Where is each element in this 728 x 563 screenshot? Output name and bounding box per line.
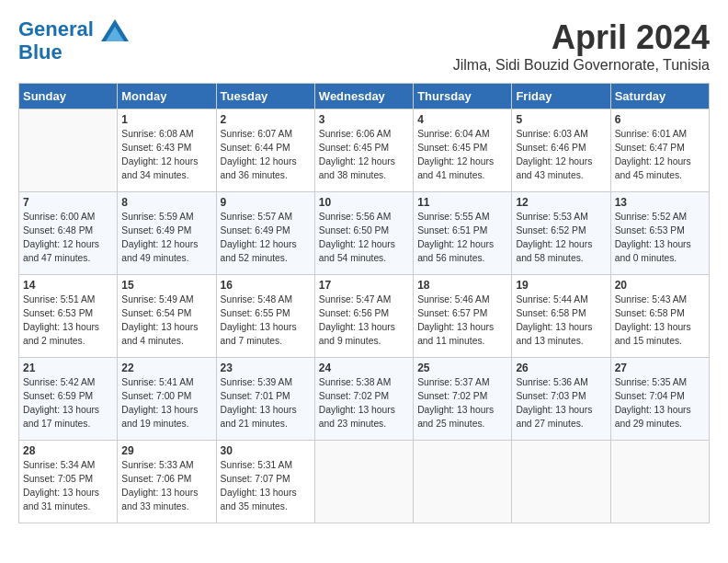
month-title: April 2024 xyxy=(453,18,710,57)
day-number: 21 xyxy=(23,362,113,374)
day-info: Sunrise: 5:43 AM Sunset: 6:58 PM Dayligh… xyxy=(615,293,705,349)
day-number: 29 xyxy=(121,444,211,457)
calendar-cell: 11Sunrise: 5:55 AM Sunset: 6:51 PM Dayli… xyxy=(414,192,512,275)
day-info: Sunrise: 5:49 AM Sunset: 6:54 PM Dayligh… xyxy=(121,293,211,349)
logo-text: General Blue xyxy=(18,18,129,63)
day-info: Sunrise: 6:04 AM Sunset: 6:45 PM Dayligh… xyxy=(417,128,507,183)
weekday-header: Wednesday xyxy=(314,84,413,109)
day-number: 15 xyxy=(121,279,211,292)
day-number: 6 xyxy=(615,113,705,126)
calendar-cell: 5Sunrise: 6:03 AM Sunset: 6:46 PM Daylig… xyxy=(512,109,610,192)
day-info: Sunrise: 5:57 AM Sunset: 6:49 PM Dayligh… xyxy=(221,211,311,266)
calendar-cell: 18Sunrise: 5:46 AM Sunset: 6:57 PM Dayli… xyxy=(414,275,512,358)
calendar-week-row: 14Sunrise: 5:51 AM Sunset: 6:53 PM Dayli… xyxy=(19,275,710,358)
day-info: Sunrise: 5:42 AM Sunset: 6:59 PM Dayligh… xyxy=(23,376,113,431)
day-info: Sunrise: 5:31 AM Sunset: 7:07 PM Dayligh… xyxy=(221,459,311,514)
calendar-cell: 26Sunrise: 5:36 AM Sunset: 7:03 PM Dayli… xyxy=(512,358,610,441)
calendar-cell: 7Sunrise: 6:00 AM Sunset: 6:48 PM Daylig… xyxy=(19,192,118,275)
day-number: 12 xyxy=(516,196,606,209)
day-info: Sunrise: 6:00 AM Sunset: 6:48 PM Dayligh… xyxy=(23,211,113,266)
calendar-cell: 2Sunrise: 6:07 AM Sunset: 6:44 PM Daylig… xyxy=(216,109,314,192)
calendar-cell: 22Sunrise: 5:41 AM Sunset: 7:00 PM Dayli… xyxy=(118,358,216,441)
calendar-cell: 28Sunrise: 5:34 AM Sunset: 7:05 PM Dayli… xyxy=(19,441,118,523)
weekday-header: Monday xyxy=(118,84,216,109)
calendar-cell xyxy=(610,441,709,523)
day-info: Sunrise: 5:39 AM Sunset: 7:01 PM Dayligh… xyxy=(221,376,311,431)
day-number: 18 xyxy=(417,279,507,292)
day-info: Sunrise: 5:35 AM Sunset: 7:04 PM Dayligh… xyxy=(615,376,705,431)
calendar-cell: 10Sunrise: 5:56 AM Sunset: 6:50 PM Dayli… xyxy=(314,192,413,275)
calendar-cell: 16Sunrise: 5:48 AM Sunset: 6:55 PM Dayli… xyxy=(216,275,314,358)
calendar-cell: 3Sunrise: 6:06 AM Sunset: 6:45 PM Daylig… xyxy=(314,109,413,192)
calendar-cell: 14Sunrise: 5:51 AM Sunset: 6:53 PM Dayli… xyxy=(19,275,118,358)
day-number: 10 xyxy=(319,196,409,209)
page-header: General Blue April 2024 Jilma, Sidi Bouz… xyxy=(18,18,710,74)
day-number: 4 xyxy=(417,113,507,126)
day-number: 9 xyxy=(221,196,311,209)
calendar-cell: 13Sunrise: 5:52 AM Sunset: 6:53 PM Dayli… xyxy=(610,192,709,275)
day-info: Sunrise: 6:08 AM Sunset: 6:43 PM Dayligh… xyxy=(121,128,211,183)
day-info: Sunrise: 5:38 AM Sunset: 7:02 PM Dayligh… xyxy=(319,376,409,431)
day-info: Sunrise: 5:48 AM Sunset: 6:55 PM Dayligh… xyxy=(221,293,311,349)
calendar-cell: 15Sunrise: 5:49 AM Sunset: 6:54 PM Dayli… xyxy=(118,275,216,358)
calendar-table: SundayMondayTuesdayWednesdayThursdayFrid… xyxy=(18,83,710,523)
calendar-week-row: 1Sunrise: 6:08 AM Sunset: 6:43 PM Daylig… xyxy=(19,109,710,192)
day-number: 28 xyxy=(23,444,113,457)
calendar-cell: 8Sunrise: 5:59 AM Sunset: 6:49 PM Daylig… xyxy=(118,192,216,275)
calendar-cell xyxy=(314,441,413,523)
day-number: 1 xyxy=(121,113,211,126)
day-info: Sunrise: 5:47 AM Sunset: 6:56 PM Dayligh… xyxy=(319,293,409,349)
day-number: 19 xyxy=(516,279,606,292)
day-number: 22 xyxy=(121,362,211,374)
day-info: Sunrise: 5:51 AM Sunset: 6:53 PM Dayligh… xyxy=(23,293,113,349)
calendar-cell xyxy=(512,441,610,523)
calendar-week-row: 28Sunrise: 5:34 AM Sunset: 7:05 PM Dayli… xyxy=(19,441,710,523)
day-number: 25 xyxy=(417,362,507,374)
day-number: 16 xyxy=(221,279,311,292)
day-info: Sunrise: 5:55 AM Sunset: 6:51 PM Dayligh… xyxy=(417,211,507,266)
day-number: 5 xyxy=(516,113,606,126)
day-number: 30 xyxy=(221,444,311,457)
calendar-cell: 29Sunrise: 5:33 AM Sunset: 7:06 PM Dayli… xyxy=(118,441,216,523)
day-info: Sunrise: 6:07 AM Sunset: 6:44 PM Dayligh… xyxy=(221,128,311,183)
title-block: April 2024 Jilma, Sidi Bouzid Governorat… xyxy=(453,18,710,74)
calendar-cell: 20Sunrise: 5:43 AM Sunset: 6:58 PM Dayli… xyxy=(610,275,709,358)
day-info: Sunrise: 5:37 AM Sunset: 7:02 PM Dayligh… xyxy=(417,376,507,431)
day-number: 2 xyxy=(221,113,311,126)
calendar-cell: 1Sunrise: 6:08 AM Sunset: 6:43 PM Daylig… xyxy=(118,109,216,192)
logo: General Blue xyxy=(18,18,129,63)
day-number: 13 xyxy=(615,196,705,209)
weekday-header: Friday xyxy=(512,84,610,109)
calendar-cell: 27Sunrise: 5:35 AM Sunset: 7:04 PM Dayli… xyxy=(610,358,709,441)
day-number: 14 xyxy=(23,279,113,292)
calendar-cell: 25Sunrise: 5:37 AM Sunset: 7:02 PM Dayli… xyxy=(414,358,512,441)
weekday-header: Sunday xyxy=(19,84,118,109)
day-info: Sunrise: 5:36 AM Sunset: 7:03 PM Dayligh… xyxy=(516,376,606,431)
calendar-week-row: 7Sunrise: 6:00 AM Sunset: 6:48 PM Daylig… xyxy=(19,192,710,275)
calendar-cell: 30Sunrise: 5:31 AM Sunset: 7:07 PM Dayli… xyxy=(216,441,314,523)
day-number: 8 xyxy=(121,196,211,209)
day-info: Sunrise: 6:03 AM Sunset: 6:46 PM Dayligh… xyxy=(516,128,606,183)
calendar-cell: 19Sunrise: 5:44 AM Sunset: 6:58 PM Dayli… xyxy=(512,275,610,358)
day-info: Sunrise: 6:01 AM Sunset: 6:47 PM Dayligh… xyxy=(615,128,705,183)
calendar-cell: 24Sunrise: 5:38 AM Sunset: 7:02 PM Dayli… xyxy=(314,358,413,441)
day-info: Sunrise: 6:06 AM Sunset: 6:45 PM Dayligh… xyxy=(319,128,409,183)
calendar-cell: 23Sunrise: 5:39 AM Sunset: 7:01 PM Dayli… xyxy=(216,358,314,441)
day-number: 20 xyxy=(615,279,705,292)
calendar-cell xyxy=(19,109,118,192)
weekday-header: Thursday xyxy=(414,84,512,109)
day-number: 23 xyxy=(221,362,311,374)
calendar-cell: 4Sunrise: 6:04 AM Sunset: 6:45 PM Daylig… xyxy=(414,109,512,192)
calendar-cell xyxy=(414,441,512,523)
day-info: Sunrise: 5:56 AM Sunset: 6:50 PM Dayligh… xyxy=(319,211,409,266)
calendar-cell: 21Sunrise: 5:42 AM Sunset: 6:59 PM Dayli… xyxy=(19,358,118,441)
day-number: 11 xyxy=(417,196,507,209)
day-info: Sunrise: 5:53 AM Sunset: 6:52 PM Dayligh… xyxy=(516,211,606,266)
calendar-cell: 17Sunrise: 5:47 AM Sunset: 6:56 PM Dayli… xyxy=(314,275,413,358)
day-number: 7 xyxy=(23,196,113,209)
calendar-cell: 12Sunrise: 5:53 AM Sunset: 6:52 PM Dayli… xyxy=(512,192,610,275)
day-number: 24 xyxy=(319,362,409,374)
location-title: Jilma, Sidi Bouzid Governorate, Tunisia xyxy=(453,57,710,74)
day-info: Sunrise: 5:41 AM Sunset: 7:00 PM Dayligh… xyxy=(121,376,211,431)
day-info: Sunrise: 5:34 AM Sunset: 7:05 PM Dayligh… xyxy=(23,459,113,514)
